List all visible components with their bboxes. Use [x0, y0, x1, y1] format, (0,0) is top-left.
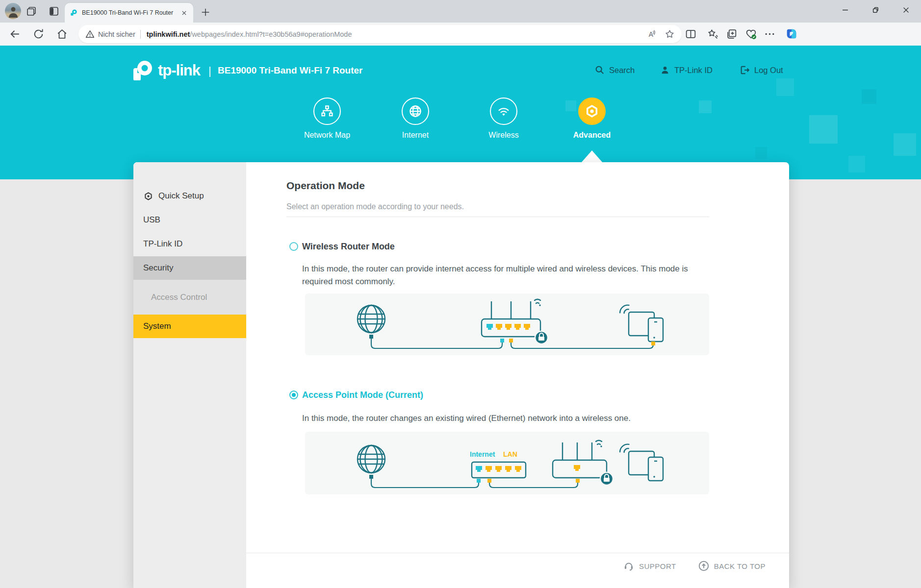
- decoration: [862, 89, 876, 104]
- wireless-router-mode-diagram: [305, 294, 709, 355]
- split-screen-icon[interactable]: [685, 28, 697, 40]
- home-icon[interactable]: [56, 28, 68, 40]
- network-map-icon: [320, 104, 334, 119]
- device-title: BE19000 Tri-Band Wi-Fi 7 Router: [218, 65, 362, 76]
- nav-label: Network Map: [288, 131, 366, 140]
- not-secure-warning-icon[interactable]: [85, 29, 95, 39]
- restore-icon[interactable]: [860, 0, 891, 20]
- sidebar-item-label: TP-Link ID: [143, 239, 182, 249]
- mode-label-access-point[interactable]: Access Point Mode (Current): [302, 390, 423, 400]
- content-footer: SUPPORT BACK TO TOP: [623, 560, 766, 572]
- sidebar-item-usb[interactable]: USB: [133, 208, 246, 232]
- diagram-lan-label: LAN: [503, 450, 517, 458]
- browser-essentials-icon[interactable]: [745, 28, 757, 40]
- window-controls: [830, 0, 921, 20]
- favorites-hub-icon[interactable]: [707, 28, 719, 40]
- security-label[interactable]: Nicht sicher: [98, 30, 135, 38]
- decoration: [848, 156, 865, 172]
- collections-icon[interactable]: [726, 28, 738, 40]
- tplink-id-button[interactable]: TP-Link ID: [660, 65, 713, 75]
- sidebar: Quick Setup USB TP-Link ID Security Acce…: [133, 162, 246, 588]
- person-photo-icon: [8, 6, 18, 18]
- tplink-id-label: TP-Link ID: [674, 66, 713, 75]
- vertical-tabs-icon[interactable]: [48, 5, 60, 17]
- sidebar-item-label: USB: [143, 215, 160, 225]
- nav-label: Internet: [376, 131, 455, 140]
- mode-description: In this mode, the router changes an exis…: [302, 412, 716, 425]
- advanced-panel: Quick Setup USB TP-Link ID Security Acce…: [133, 162, 789, 588]
- sidebar-item-system[interactable]: System: [133, 315, 246, 338]
- minimize-icon[interactable]: [830, 0, 860, 20]
- browser-window: BE19000 Tri-Band Wi-Fi 7 Router: [0, 0, 921, 588]
- quick-setup-gear-icon: [143, 191, 154, 201]
- nav-label: Wireless: [464, 131, 543, 140]
- tab-strip: BE19000 Tri-Band Wi-Fi 7 Router: [0, 0, 921, 23]
- new-tab-icon[interactable]: [200, 7, 211, 18]
- search-button[interactable]: Search: [594, 65, 635, 75]
- decoration: [894, 133, 916, 156]
- brand-separator: |: [208, 65, 211, 77]
- panel-notch: [581, 150, 603, 163]
- nav-internet[interactable]: Internet: [376, 98, 455, 140]
- back-icon[interactable]: [9, 28, 21, 40]
- logout-label: Log Out: [754, 66, 783, 75]
- nav-network-map[interactable]: Network Map: [288, 98, 366, 140]
- tplink-favicon: [70, 9, 78, 17]
- sidebar-submenu: Access Control: [133, 280, 246, 315]
- svg-text:A: A: [649, 30, 654, 38]
- url-host[interactable]: tplinkwifi.net: [147, 30, 190, 38]
- support-label: SUPPORT: [639, 562, 676, 570]
- browser-profile-avatar[interactable]: [5, 3, 21, 19]
- divider: [140, 30, 141, 39]
- decoration: [809, 115, 838, 144]
- divider: [286, 217, 709, 217]
- sidebar-item-quick-setup[interactable]: Quick Setup: [133, 184, 246, 208]
- decoration: [755, 147, 767, 159]
- nav-advanced[interactable]: Advanced: [553, 98, 631, 140]
- nav-wireless[interactable]: Wireless: [464, 98, 543, 140]
- search-label: Search: [609, 66, 635, 75]
- url-path[interactable]: /webpages/index.html?t=e30b56a9#operatio…: [190, 30, 352, 38]
- logout-button[interactable]: Log Out: [740, 65, 783, 75]
- sidebar-item-label: Quick Setup: [158, 191, 204, 201]
- page-subtitle: Select an operation mode according to yo…: [286, 202, 464, 211]
- browser-tab[interactable]: BE19000 Tri-Band Wi-Fi 7 Router: [65, 3, 193, 23]
- search-icon: [594, 65, 605, 75]
- internet-globe-icon: [408, 104, 423, 119]
- tab-title: BE19000 Tri-Band Wi-Fi 7 Router: [82, 9, 179, 16]
- footer-divider: [246, 553, 789, 553]
- access-point-illustration: [305, 432, 709, 494]
- wifi-icon: [496, 104, 511, 119]
- read-aloud-icon[interactable]: A: [647, 29, 658, 40]
- support-button[interactable]: SUPPORT: [623, 560, 676, 572]
- back-to-top-button[interactable]: BACK TO TOP: [698, 560, 766, 572]
- app-header: tp-link | BE19000 Tri-Band Wi-Fi 7 Route…: [0, 46, 921, 179]
- support-headset-icon: [623, 560, 635, 572]
- close-window-icon[interactable]: [891, 0, 921, 20]
- router-mode-illustration: [305, 294, 709, 355]
- logout-icon: [740, 65, 750, 75]
- browser-toolbar: Nicht sicher tplinkwifi.net/webpages/ind…: [0, 23, 921, 46]
- brand-name: tp-link: [158, 62, 200, 79]
- nav-label: Advanced: [553, 131, 631, 140]
- settings-more-icon[interactable]: [764, 28, 776, 40]
- sidebar-item-access-control[interactable]: Access Control: [133, 280, 246, 315]
- mode-description: In this mode, the router can provide int…: [302, 263, 716, 288]
- back-to-top-icon: [698, 560, 710, 572]
- tplink-logo: [131, 60, 154, 82]
- reload-icon[interactable]: [32, 28, 45, 40]
- radio-access-point-mode[interactable]: [289, 391, 298, 399]
- address-bar[interactable]: Nicht sicher tplinkwifi.net/webpages/ind…: [78, 25, 682, 43]
- favorite-star-icon[interactable]: [665, 29, 675, 39]
- sidebar-item-label: System: [143, 321, 171, 331]
- copilot-icon[interactable]: [785, 27, 798, 41]
- workspaces-icon[interactable]: [26, 5, 37, 17]
- sidebar-item-security[interactable]: Security: [133, 256, 246, 280]
- back-to-top-label: BACK TO TOP: [714, 562, 766, 570]
- diagram-internet-label: Internet: [470, 450, 495, 458]
- radio-wireless-router-mode[interactable]: [289, 242, 298, 251]
- mode-label-wireless-router[interactable]: Wireless Router Mode: [302, 242, 395, 252]
- access-point-mode-diagram: Internet LAN: [305, 432, 709, 494]
- sidebar-item-tplink-id[interactable]: TP-Link ID: [133, 232, 246, 256]
- tab-close-icon[interactable]: [179, 8, 188, 17]
